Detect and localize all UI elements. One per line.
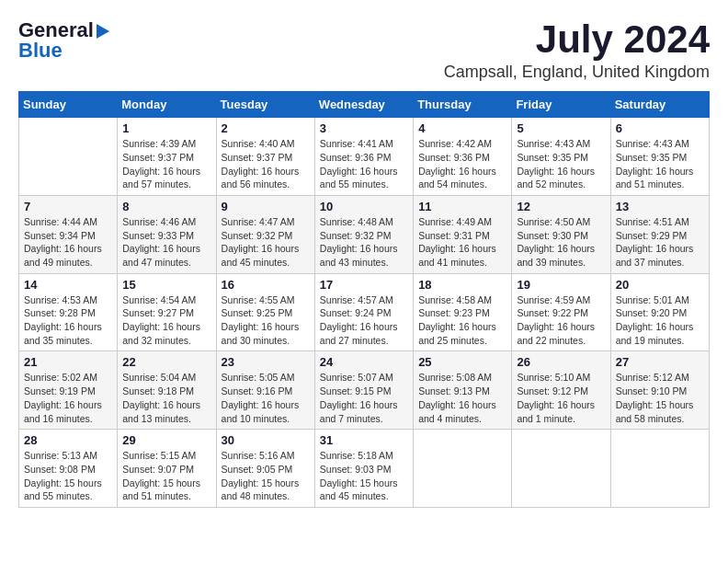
calendar-cell: 31Sunrise: 5:18 AM Sunset: 9:03 PM Dayli… — [314, 430, 413, 508]
header-monday: Monday — [118, 92, 216, 118]
calendar-cell: 10Sunrise: 4:48 AM Sunset: 9:32 PM Dayli… — [314, 195, 413, 273]
calendar-cell — [512, 430, 610, 508]
logo-blue-text: Blue — [18, 39, 63, 63]
day-number: 14 — [24, 278, 112, 292]
calendar-cell — [19, 118, 118, 196]
day-info: Sunrise: 5:05 AM Sunset: 9:16 PM Dayligh… — [222, 371, 310, 425]
calendar-cell: 19Sunrise: 4:59 AM Sunset: 9:22 PM Dayli… — [512, 273, 610, 351]
day-info: Sunrise: 4:55 AM Sunset: 9:25 PM Dayligh… — [222, 293, 310, 348]
calendar-cell: 7Sunrise: 4:44 AM Sunset: 9:34 PM Daylig… — [19, 195, 118, 273]
calendar-cell: 9Sunrise: 4:47 AM Sunset: 9:32 PM Daylig… — [216, 195, 314, 273]
day-number: 18 — [418, 278, 506, 292]
calendar-week-1: 1Sunrise: 4:39 AM Sunset: 9:37 PM Daylig… — [19, 118, 710, 196]
day-number: 12 — [517, 200, 605, 213]
day-number: 20 — [616, 278, 704, 292]
day-info: Sunrise: 4:58 AM Sunset: 9:23 PM Dayligh… — [418, 293, 506, 348]
calendar-cell: 18Sunrise: 4:58 AM Sunset: 9:23 PM Dayli… — [414, 273, 512, 351]
day-info: Sunrise: 5:18 AM Sunset: 9:03 PM Dayligh… — [320, 449, 408, 503]
day-info: Sunrise: 4:39 AM Sunset: 9:37 PM Dayligh… — [122, 137, 210, 191]
calendar-table: Sunday Monday Tuesday Wednesday Thursday… — [18, 91, 710, 508]
calendar-cell: 5Sunrise: 4:43 AM Sunset: 9:35 PM Daylig… — [512, 118, 610, 196]
day-number: 28 — [24, 433, 112, 447]
day-info: Sunrise: 5:12 AM Sunset: 9:10 PM Dayligh… — [616, 371, 704, 425]
day-number: 5 — [517, 121, 605, 135]
day-info: Sunrise: 5:15 AM Sunset: 9:07 PM Dayligh… — [122, 449, 210, 503]
header-thursday: Thursday — [414, 92, 512, 118]
day-info: Sunrise: 5:02 AM Sunset: 9:19 PM Dayligh… — [24, 371, 112, 425]
calendar-cell: 8Sunrise: 4:46 AM Sunset: 9:33 PM Daylig… — [118, 195, 216, 273]
logo: General Blue — [18, 18, 109, 63]
day-info: Sunrise: 5:08 AM Sunset: 9:13 PM Dayligh… — [418, 371, 506, 425]
calendar-cell: 16Sunrise: 4:55 AM Sunset: 9:25 PM Dayli… — [216, 273, 314, 351]
day-number: 24 — [320, 355, 408, 369]
day-number: 31 — [320, 433, 408, 447]
day-number: 17 — [320, 278, 408, 292]
day-info: Sunrise: 5:01 AM Sunset: 9:20 PM Dayligh… — [616, 293, 704, 348]
day-number: 29 — [122, 433, 210, 447]
day-number: 11 — [418, 200, 506, 213]
day-number: 9 — [222, 200, 310, 213]
day-number: 22 — [122, 355, 210, 369]
day-info: Sunrise: 5:10 AM Sunset: 9:12 PM Dayligh… — [517, 371, 605, 425]
day-number: 4 — [418, 121, 506, 135]
day-info: Sunrise: 4:57 AM Sunset: 9:24 PM Dayligh… — [320, 293, 408, 348]
day-info: Sunrise: 4:48 AM Sunset: 9:32 PM Dayligh… — [320, 215, 408, 270]
location-title: Campsall, England, United Kingdom — [444, 63, 710, 82]
day-info: Sunrise: 5:07 AM Sunset: 9:15 PM Dayligh… — [320, 371, 408, 425]
header-saturday: Saturday — [610, 92, 709, 118]
day-number: 21 — [24, 355, 112, 369]
day-number: 15 — [122, 278, 210, 292]
day-info: Sunrise: 4:49 AM Sunset: 9:31 PM Dayligh… — [418, 215, 506, 270]
calendar-cell: 4Sunrise: 4:42 AM Sunset: 9:36 PM Daylig… — [414, 118, 512, 196]
day-info: Sunrise: 4:43 AM Sunset: 9:35 PM Dayligh… — [517, 137, 605, 191]
calendar-cell: 14Sunrise: 4:53 AM Sunset: 9:28 PM Dayli… — [19, 273, 118, 351]
calendar-week-5: 28Sunrise: 5:13 AM Sunset: 9:08 PM Dayli… — [19, 430, 710, 508]
day-number: 26 — [517, 355, 605, 369]
day-number: 30 — [222, 433, 310, 447]
calendar-cell: 26Sunrise: 5:10 AM Sunset: 9:12 PM Dayli… — [512, 351, 610, 430]
day-info: Sunrise: 4:53 AM Sunset: 9:28 PM Dayligh… — [24, 293, 112, 348]
calendar-cell: 28Sunrise: 5:13 AM Sunset: 9:08 PM Dayli… — [19, 430, 118, 508]
day-info: Sunrise: 4:50 AM Sunset: 9:30 PM Dayligh… — [517, 215, 605, 270]
day-info: Sunrise: 4:47 AM Sunset: 9:32 PM Dayligh… — [222, 215, 310, 270]
day-number: 16 — [222, 278, 310, 292]
day-number: 2 — [222, 121, 310, 135]
header-tuesday: Tuesday — [216, 92, 314, 118]
day-number: 19 — [517, 278, 605, 292]
header-wednesday: Wednesday — [314, 92, 413, 118]
calendar-cell: 29Sunrise: 5:15 AM Sunset: 9:07 PM Dayli… — [118, 430, 216, 508]
month-title: July 2024 — [444, 18, 710, 61]
day-number: 1 — [122, 121, 210, 135]
calendar-cell: 21Sunrise: 5:02 AM Sunset: 9:19 PM Dayli… — [19, 351, 118, 430]
title-section: July 2024 Campsall, England, United King… — [444, 18, 710, 82]
calendar-week-2: 7Sunrise: 4:44 AM Sunset: 9:34 PM Daylig… — [19, 195, 710, 273]
header: General Blue July 2024 Campsall, England… — [18, 18, 710, 82]
header-friday: Friday — [512, 92, 610, 118]
day-info: Sunrise: 4:40 AM Sunset: 9:37 PM Dayligh… — [222, 137, 310, 191]
day-info: Sunrise: 4:42 AM Sunset: 9:36 PM Dayligh… — [418, 137, 506, 191]
day-info: Sunrise: 4:59 AM Sunset: 9:22 PM Dayligh… — [517, 293, 605, 348]
day-info: Sunrise: 4:43 AM Sunset: 9:35 PM Dayligh… — [616, 137, 704, 191]
day-info: Sunrise: 4:46 AM Sunset: 9:33 PM Dayligh… — [122, 215, 210, 270]
calendar-cell: 12Sunrise: 4:50 AM Sunset: 9:30 PM Dayli… — [512, 195, 610, 273]
day-info: Sunrise: 4:41 AM Sunset: 9:36 PM Dayligh… — [320, 137, 408, 191]
day-number: 7 — [24, 200, 112, 213]
calendar-cell: 13Sunrise: 4:51 AM Sunset: 9:29 PM Dayli… — [610, 195, 709, 273]
calendar-header-row: Sunday Monday Tuesday Wednesday Thursday… — [19, 92, 710, 118]
calendar-cell: 2Sunrise: 4:40 AM Sunset: 9:37 PM Daylig… — [216, 118, 314, 196]
day-number: 27 — [616, 355, 704, 369]
calendar-cell: 3Sunrise: 4:41 AM Sunset: 9:36 PM Daylig… — [314, 118, 413, 196]
calendar-week-3: 14Sunrise: 4:53 AM Sunset: 9:28 PM Dayli… — [19, 273, 710, 351]
calendar-cell: 25Sunrise: 5:08 AM Sunset: 9:13 PM Dayli… — [414, 351, 512, 430]
day-number: 10 — [320, 200, 408, 213]
day-number: 6 — [616, 121, 704, 135]
calendar-cell — [610, 430, 709, 508]
calendar-cell: 30Sunrise: 5:16 AM Sunset: 9:05 PM Dayli… — [216, 430, 314, 508]
calendar-cell: 1Sunrise: 4:39 AM Sunset: 9:37 PM Daylig… — [118, 118, 216, 196]
calendar-cell: 11Sunrise: 4:49 AM Sunset: 9:31 PM Dayli… — [414, 195, 512, 273]
day-info: Sunrise: 5:04 AM Sunset: 9:18 PM Dayligh… — [122, 371, 210, 425]
day-number: 3 — [320, 121, 408, 135]
calendar-cell: 27Sunrise: 5:12 AM Sunset: 9:10 PM Dayli… — [610, 351, 709, 430]
day-info: Sunrise: 4:44 AM Sunset: 9:34 PM Dayligh… — [24, 215, 112, 270]
day-info: Sunrise: 5:16 AM Sunset: 9:05 PM Dayligh… — [222, 449, 310, 503]
